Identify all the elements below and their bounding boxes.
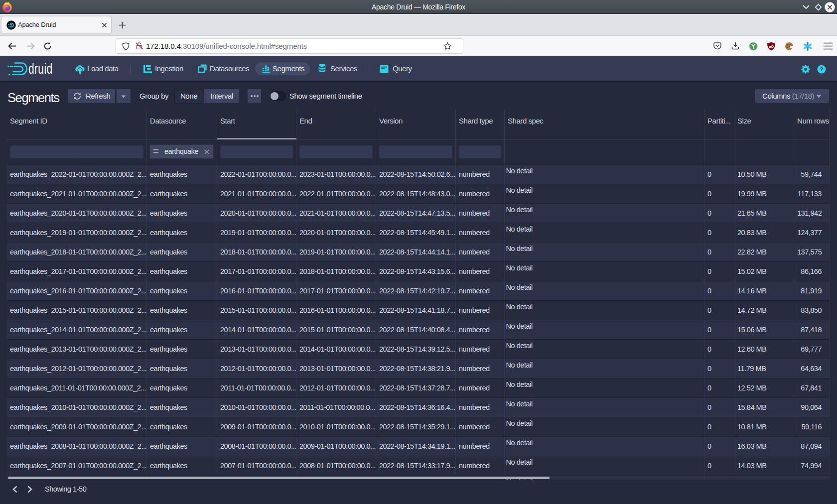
svg-text:?: ? bbox=[820, 66, 823, 72]
svg-text:uO: uO bbox=[769, 45, 774, 48]
